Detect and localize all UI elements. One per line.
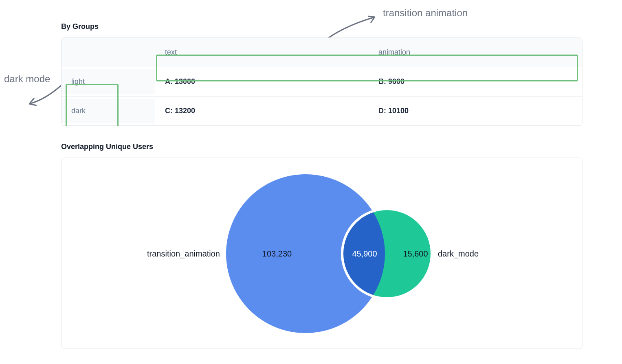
section-title-venn: Overlapping Unique Users — [61, 143, 582, 151]
venn-left-value: 103,230 — [262, 249, 292, 258]
venn-intersection-value: 45,900 — [352, 249, 377, 258]
cell-d: D: 10100 — [369, 99, 582, 123]
column-header-text: text — [155, 40, 369, 65]
arrow-icon — [24, 81, 65, 110]
venn-container: transition_animation dark_mode 103,230 4… — [61, 158, 582, 349]
table-row: dark C: 13200 D: 10100 — [62, 96, 582, 126]
venn-right-value: 15,600 — [403, 249, 428, 258]
cell-c: C: 13200 — [155, 99, 369, 123]
cell-b: B: 9600 — [369, 69, 582, 94]
annotation-transition-animation: transition animation — [383, 7, 468, 19]
row-label-light: light — [62, 69, 155, 94]
venn-section: Overlapping Unique Users transition_anim… — [61, 143, 582, 349]
table-corner-cell — [62, 44, 155, 61]
by-groups-section: By Groups text animation light A: 13000 … — [61, 22, 582, 126]
cell-a: A: 13000 — [155, 69, 369, 94]
column-header-animation: animation — [369, 40, 582, 65]
row-label-dark: dark — [62, 99, 155, 123]
venn-right-label: dark_mode — [438, 249, 479, 259]
groups-table: text animation light A: 13000 B: 9600 da… — [61, 37, 582, 126]
venn-left-label: transition_animation — [147, 249, 220, 259]
table-header-row: text animation — [62, 38, 582, 67]
table-row: light A: 13000 B: 9600 — [62, 67, 582, 96]
venn-diagram: transition_animation dark_mode 103,230 4… — [138, 166, 505, 341]
section-title-groups: By Groups — [61, 22, 582, 31]
